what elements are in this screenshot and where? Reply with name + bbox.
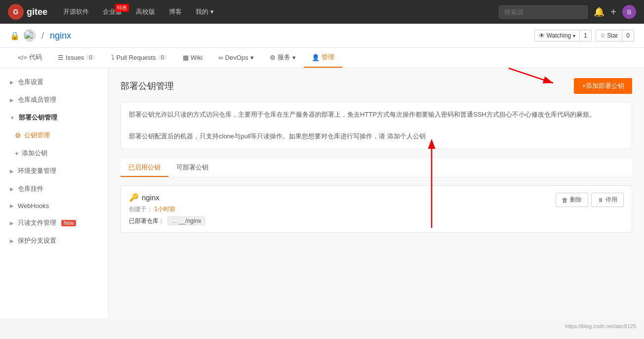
key-item-header: 🔑 nginx 创建于： 1小时前 已部署仓库： ... __/nginx: [129, 193, 624, 225]
watch-button[interactable]: 👁 Watching ▾ 1: [534, 30, 592, 42]
info-box: 部署公钥允许以只读的方式访问仓库，主要用于仓库在生产服务器的部署上，免去HTTP…: [121, 102, 632, 149]
svg-line-1: [509, 68, 553, 83]
nav-item-mine[interactable]: 我的 ▾: [190, 0, 220, 24]
arrow-icon: ▼: [10, 115, 15, 121]
content-tabs: 已启用公钥 可部署公钥: [121, 159, 632, 177]
sidebar-item-key-manage[interactable]: ⚙ 公钥管理: [0, 127, 108, 144]
bell-icon[interactable]: 🔔: [594, 6, 604, 17]
trash-icon: 🗑: [562, 197, 568, 204]
repo-actions: 👁 Watching ▾ 1 ☆ Star 0: [534, 30, 634, 42]
sidebar-item-add-key[interactable]: + 添加公钥: [0, 144, 108, 162]
sidebar-item-branch-protection[interactable]: ▶ 保护分支设置: [0, 232, 108, 250]
tab-issues[interactable]: ☰ Issues 0: [50, 48, 103, 68]
arrow-icon: ▶: [10, 220, 14, 226]
disable-key-button[interactable]: ⏸ 停用: [591, 193, 624, 207]
add-btn-container: +添加部署公钥: [574, 78, 632, 94]
tab-wiki[interactable]: ▦ Wiki: [175, 48, 211, 68]
page-title-row: 部署公钥管理 +添加部署公钥: [121, 78, 632, 94]
key-repo-row: 已部署仓库： ... __/nginx: [129, 216, 205, 225]
enterprise-badge: 特惠: [115, 4, 129, 12]
pr-badge: 0: [158, 54, 167, 60]
logo-text: gitee: [27, 7, 47, 17]
key-created-time: 1小时前: [154, 206, 175, 212]
key-icon: 🔑: [129, 193, 139, 202]
key-name: nginx: [142, 193, 160, 202]
delete-key-button[interactable]: 🗑 删除: [556, 193, 588, 207]
issues-badge: 0: [86, 54, 95, 60]
key-actions: 🗑 删除 ⏸ 停用: [556, 193, 624, 207]
top-navigation: G gitee 开源软件 企业版 特惠 高校版 博客 我的 ▾ 🔔 + B: [0, 0, 644, 24]
star-button[interactable]: ☆ Star 0: [596, 30, 634, 42]
search-input[interactable]: [499, 5, 588, 19]
arrow-icon: ▶: [10, 186, 14, 192]
page-title: 部署公钥管理: [121, 80, 174, 92]
tab-code[interactable]: </> 代码: [10, 48, 50, 68]
new-badge: New: [61, 220, 76, 226]
tab-manage[interactable]: 👤 管理: [304, 48, 342, 68]
sidebar-item-deploy-keys[interactable]: ▼ 部署公钥管理: [0, 109, 108, 127]
sidebar-item-members[interactable]: ▶ 仓库成员管理: [0, 91, 108, 109]
sidebar-item-env-vars[interactable]: ▶ 环境变量管理: [0, 162, 108, 180]
repo-title-area: 🔒 / nginx: [10, 30, 71, 42]
star-label[interactable]: ☆ Star: [596, 30, 622, 41]
repo-owner: [24, 30, 36, 42]
sidebar-item-widgets[interactable]: ▶ 仓库挂件: [0, 180, 108, 198]
watch-count[interactable]: 1: [579, 30, 591, 41]
arrow-icon: ▶: [10, 97, 14, 103]
sidebar-item-webhooks[interactable]: ▶ WebHooks: [0, 198, 108, 214]
watch-label[interactable]: 👁 Watching ▾: [535, 30, 580, 41]
main-layout: ▶ 仓库设置 ▶ 仓库成员管理 ▼ 部署公钥管理 ⚙ 公钥管理 + 添加公钥 ▶…: [0, 68, 644, 318]
arrow-icon: ▶: [10, 169, 14, 174]
info-text-2: 部署公钥配置后的机器，只支持clone与pull等只读操作。如果您想要对仓库进行…: [129, 131, 624, 142]
nav-right-area: 🔔 + B: [499, 5, 636, 19]
plus-icon[interactable]: +: [610, 6, 616, 18]
repo-name[interactable]: nginx: [50, 31, 71, 41]
key-info: 🔑 nginx 创建于： 1小时前 已部署仓库： ... __/nginx: [129, 193, 205, 225]
arrow-icon: ▶: [10, 203, 14, 209]
nav-item-enterprise[interactable]: 企业版 特惠: [97, 0, 128, 24]
pause-icon: ⏸: [598, 197, 604, 204]
nav-items: 开源软件 企业版 特惠 高校版 博客 我的 ▾: [57, 0, 493, 24]
star-count[interactable]: 0: [622, 30, 634, 41]
page-footer: https://blog.csdn.net/abc8125: [0, 318, 644, 334]
key-meta: 创建于： 1小时前: [129, 205, 205, 213]
repo-header: 🔒 / nginx 👁 Watching ▾ 1 ☆ Star 0: [0, 24, 644, 48]
nav-item-opensource[interactable]: 开源软件: [57, 0, 95, 24]
tab-devops[interactable]: ∞ DevOps ▾: [210, 48, 261, 68]
key-name-row: 🔑 nginx: [129, 193, 205, 202]
repo-tag: ... __/nginx: [167, 216, 205, 225]
nav-item-blog[interactable]: 博客: [163, 0, 188, 24]
arrow-icon: ▶: [10, 238, 14, 244]
arrow-icon: ▶: [10, 80, 14, 85]
content-tab-deployable[interactable]: 可部署公钥: [168, 159, 216, 177]
content-tab-enabled[interactable]: 已启用公钥: [121, 159, 168, 177]
logo-icon: G: [8, 4, 24, 20]
repo-tabs: </> 代码 ☰ Issues 0 ⤵ Pull Requests 0 ▦ Wi…: [0, 48, 644, 68]
tab-pullrequests[interactable]: ⤵ Pull Requests 0: [103, 48, 175, 68]
nav-item-university[interactable]: 高校版: [130, 0, 161, 24]
gear-icon: ⚙: [15, 131, 21, 139]
info-text-1: 部署公钥允许以只读的方式访问仓库，主要用于仓库在生产服务器的部署上，免去HTTP…: [129, 109, 624, 120]
add-deploy-key-button[interactable]: +添加部署公钥: [574, 78, 632, 94]
logo-area[interactable]: G gitee: [8, 4, 47, 20]
key-item: 🔑 nginx 创建于： 1小时前 已部署仓库： ... __/nginx: [121, 185, 632, 233]
content-area: 部署公钥管理 +添加部署公钥 部署公钥允许以只读的方式访问仓库，主要用于仓库在生…: [109, 68, 644, 318]
sidebar-item-readonly-files[interactable]: ▶ 只读文件管理 New: [0, 214, 108, 232]
sidebar-item-repo-settings[interactable]: ▶ 仓库设置: [0, 73, 108, 91]
plus-icon: +: [15, 150, 19, 157]
tab-services[interactable]: ⚙ 服务 ▾: [262, 48, 304, 68]
sidebar: ▶ 仓库设置 ▶ 仓库成员管理 ▼ 部署公钥管理 ⚙ 公钥管理 + 添加公钥 ▶…: [0, 68, 109, 318]
avatar[interactable]: B: [622, 5, 636, 19]
lock-icon: 🔒: [10, 31, 20, 41]
